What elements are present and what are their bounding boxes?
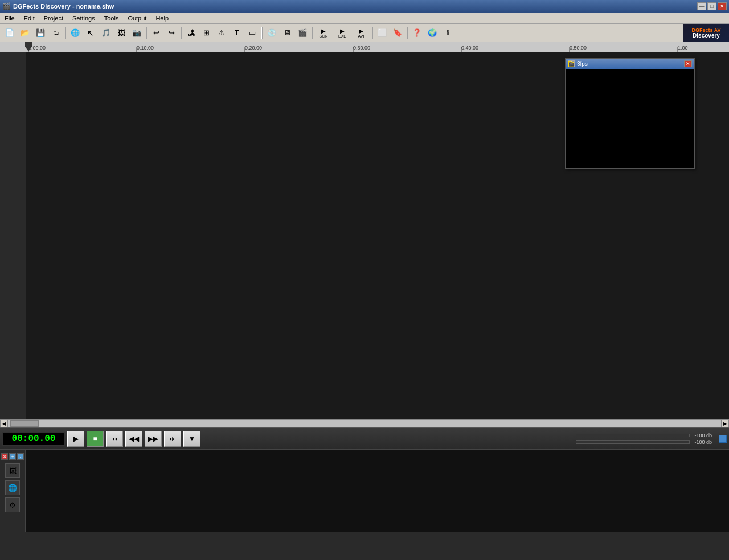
image-button[interactable]: 🖼 [114, 26, 129, 40]
stop-button[interactable]: ■ [87, 431, 104, 447]
volume-row-1: -100 db [576, 433, 712, 438]
help-button[interactable]: ❓ [409, 26, 424, 40]
toolbar-sep-3 [181, 27, 182, 39]
text-button[interactable]: T [230, 26, 244, 40]
rewind-button[interactable]: ◀◀ [125, 431, 142, 447]
video-button[interactable]: 🎬 [295, 26, 310, 40]
bottom-add-button[interactable]: + [9, 453, 16, 460]
scroll-thumb[interactable] [10, 420, 39, 427]
bottom-close-button[interactable]: ✕ [1, 453, 8, 460]
preview-close-button[interactable]: ✕ [684, 60, 692, 67]
preview-window[interactable]: 🎬 3fps ✕ [565, 58, 695, 169]
stage: 🎬 3fps ✕ [0, 52, 729, 419]
menu-settings[interactable]: Settings [68, 14, 100, 23]
preview-title: 3fps [575, 61, 684, 67]
web-button[interactable]: 🌐 [68, 26, 83, 40]
menu-edit[interactable]: Edit [19, 14, 39, 23]
select-rect-button[interactable]: ⬜ [375, 26, 390, 40]
menu-help[interactable]: Help [151, 14, 173, 23]
save-button[interactable]: 💾 [33, 26, 48, 40]
bottom-content [26, 450, 729, 532]
bottom-left-strip: ✕ + - 🖼 🌐 ⚙ [0, 450, 26, 532]
bottom-remove-button[interactable]: - [17, 453, 24, 460]
cd-button[interactable]: 💿 [264, 26, 279, 40]
volume-bar-2[interactable] [576, 440, 690, 444]
app-icon: 🎬 [2, 2, 11, 10]
close-button[interactable]: ✕ [718, 2, 727, 10]
brand-logo: DGFects AV Discovery [683, 24, 729, 42]
ruler-svg: 0:00.00 0:10.00 0:20.00 0:30.00 0:40.00 … [0, 42, 729, 52]
svg-text:0:50.00: 0:50.00 [570, 45, 587, 51]
minimize-button[interactable]: — [697, 2, 706, 10]
menu-project[interactable]: Project [39, 14, 68, 23]
svg-text:1:00: 1:00 [678, 45, 688, 51]
open-button[interactable]: 📂 [18, 26, 32, 40]
transport-bar: 00:00.00 ▶ ■ ⏮ ◀◀ ▶▶ ⏭ ▼ -100 db -100 db [0, 427, 729, 449]
next-frame-button[interactable]: ⏭ [164, 431, 181, 447]
preview-icon: 🎬 [568, 60, 575, 67]
volume-bar-1[interactable] [576, 434, 690, 437]
title-bar: 🎬 DGFects Discovery - noname.shw — □ ✕ [0, 0, 729, 13]
pointer-button[interactable]: ↖ [83, 26, 98, 40]
music-button[interactable]: 🎵 [99, 26, 113, 40]
toolbar-sep-2 [146, 27, 147, 39]
svg-text:0:40.00: 0:40.00 [461, 45, 478, 51]
volume-row-2: -100 db [576, 439, 712, 445]
scroll-left-button[interactable]: ◀ [0, 419, 8, 427]
toolbar-sep-4 [261, 27, 263, 39]
browser-button[interactable]: 🌍 [425, 26, 440, 40]
menu-output[interactable]: Output [123, 14, 151, 23]
camera-button[interactable]: 📷 [129, 26, 144, 40]
volume-label-2: -100 db [692, 439, 712, 445]
bg-image-button[interactable]: 🏞 [183, 26, 198, 40]
bottom-panel: ✕ + - 🖼 🌐 ⚙ [0, 449, 729, 532]
settings-panel-button[interactable]: ⚙ [5, 497, 20, 512]
preview-content [566, 69, 694, 168]
toolbar: 📄 📂 💾 🗂 🌐 ↖ 🎵 🖼 📷 ↩ ↪ 🏞 ⊞ ⚠ T ▭ 💿 🖥 🎬 ▶ … [0, 24, 729, 42]
svg-text:0:10.00: 0:10.00 [137, 45, 154, 51]
fast-forward-button[interactable]: ▶▶ [145, 431, 162, 447]
play-button[interactable]: ▶ [67, 431, 84, 447]
warning-button[interactable]: ⚠ [214, 26, 229, 40]
new-button[interactable]: 📄 [2, 26, 17, 40]
svg-text:0:20.00: 0:20.00 [245, 45, 262, 51]
svg-text:0:30.00: 0:30.00 [353, 45, 370, 51]
prev-frame-button[interactable]: ⏮ [106, 431, 123, 447]
toolbar-sep-7 [407, 27, 408, 39]
timeline-scrollbar[interactable]: ◀ ▶ [0, 419, 729, 427]
timecode-display: 00:00.00 [2, 432, 65, 446]
toolbar-sep-5 [312, 27, 313, 39]
grid-button[interactable]: ⊞ [199, 26, 214, 40]
play-avi-button[interactable]: ▶ AVI [352, 26, 370, 40]
toolbar-sep-1 [65, 27, 66, 39]
info-button[interactable]: ℹ [440, 26, 455, 40]
volume-area: -100 db -100 db [576, 433, 716, 445]
dropdown-button[interactable]: ▼ [183, 431, 200, 447]
menu-file[interactable]: File [0, 14, 19, 23]
undo-button[interactable]: ↩ [149, 26, 163, 40]
window-title: DGFects Discovery - noname.shw [11, 3, 697, 10]
menu-bar: File Edit Project Settings Tools Output … [0, 13, 729, 24]
bookmark-button[interactable]: 🔖 [390, 26, 405, 40]
window-controls: — □ ✕ [697, 2, 727, 10]
screen-button[interactable]: 🖥 [280, 26, 294, 40]
scroll-right-button[interactable]: ▶ [721, 419, 729, 427]
audio-icon [719, 435, 727, 443]
redo-button[interactable]: ↪ [164, 26, 179, 40]
play-exe-button[interactable]: ▶ EXE [333, 26, 351, 40]
web-browser-button[interactable]: 🌐 [5, 480, 20, 495]
brand-bottom-text: Discovery [693, 33, 720, 39]
preview-title-bar[interactable]: 🎬 3fps ✕ [566, 59, 694, 69]
menu-tools[interactable]: Tools [100, 14, 124, 23]
play-scr-button[interactable]: ▶ SCR [314, 26, 333, 40]
maximize-button[interactable]: □ [707, 2, 716, 10]
volume-label-1: -100 db [692, 433, 712, 438]
save-all-button[interactable]: 🗂 [48, 26, 63, 40]
toolbar-sep-6 [372, 27, 373, 39]
media-browser-button[interactable]: 🖼 [5, 463, 20, 478]
timeline-ruler: 0:00.00 0:10.00 0:20.00 0:30.00 0:40.00 … [0, 42, 729, 52]
panel-button[interactable]: ▭ [245, 26, 260, 40]
left-panel [0, 52, 26, 419]
